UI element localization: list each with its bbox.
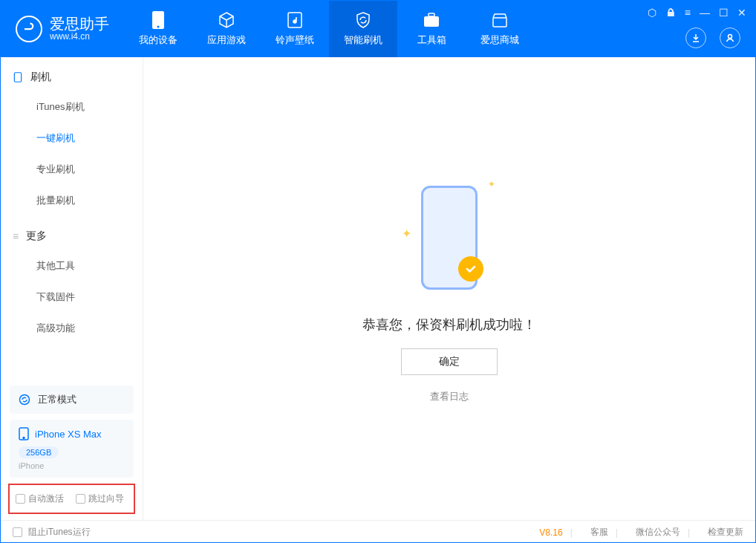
sidebar-item-batch-flash[interactable]: 批量刷机 (1, 185, 143, 216)
check-badge-icon (458, 256, 483, 282)
device-type: iPhone (19, 461, 44, 470)
svg-rect-7 (14, 73, 21, 82)
sidebar-item-download-firmware[interactable]: 下载固件 (1, 282, 143, 313)
list-icon: ≡ (13, 230, 19, 242)
nav-label: 爱思商城 (480, 33, 519, 47)
nav-label: 铃声壁纸 (276, 33, 314, 47)
nav-smart-flash[interactable]: 智能刷机 (329, 1, 397, 57)
app-name: 爱思助手 (50, 16, 109, 32)
nav-label: 智能刷机 (344, 33, 382, 47)
section-title: 更多 (26, 230, 47, 243)
status-bar: 阻止iTunes运行 V8.16 | 客服 | 微信公众号 | 检查更新 (1, 520, 755, 543)
nav-apps-games[interactable]: 应用游戏 (192, 1, 261, 57)
mobile-icon (19, 427, 29, 440)
sparkle-icon: ✦ (488, 179, 495, 189)
cube-icon (218, 11, 235, 29)
logo: 爱思助手 www.i4.cn (1, 16, 124, 42)
device-mode-label: 正常模式 (38, 393, 76, 406)
checkbox-auto-activate[interactable]: 自动激活 (16, 492, 64, 505)
header-aux-icons (685, 27, 740, 48)
phone-icon (149, 11, 167, 29)
svg-point-8 (20, 395, 30, 405)
download-icon[interactable] (685, 27, 706, 48)
close-button[interactable]: ✕ (737, 7, 746, 19)
success-message: 恭喜您，保资料刷机成功啦！ (362, 316, 536, 334)
app-header: 爱思助手 www.i4.cn 我的设备 应用游戏 铃声壁纸 智能刷机 工具箱 爱… (1, 1, 755, 57)
logo-icon (16, 16, 42, 42)
app-url: www.i4.cn (50, 32, 109, 42)
footer-link-wechat[interactable]: 微信公众号 (636, 526, 680, 539)
footer-link-update[interactable]: 检查更新 (708, 526, 743, 539)
nav-toolbox[interactable]: 工具箱 (397, 1, 466, 57)
svg-point-6 (729, 35, 732, 39)
menu-icon[interactable]: ≡ (685, 7, 691, 19)
sidebar-item-other-tools[interactable]: 其他工具 (1, 250, 143, 282)
minimize-button[interactable]: — (700, 7, 710, 19)
nav-ringtone-wallpaper[interactable]: 铃声壁纸 (261, 1, 329, 57)
svg-point-1 (157, 26, 160, 28)
svg-rect-3 (424, 16, 439, 27)
nav-label: 工具箱 (417, 33, 446, 47)
checkbox-block-itunes[interactable]: 阻止iTunes运行 (13, 526, 91, 539)
success-illustration: ✦ ✦ (397, 175, 501, 301)
maximize-button[interactable]: ☐ (719, 7, 729, 19)
device-card[interactable]: iPhone XS Max 256GB iPhone (10, 420, 134, 478)
footer-label: 阻止iTunes运行 (28, 526, 91, 539)
shield-refresh-icon (354, 11, 372, 29)
footer-link-support[interactable]: 客服 (590, 526, 608, 539)
flash-options-highlighted: 自动激活 跳过向导 (8, 484, 135, 514)
sparkle-icon: ✦ (402, 227, 411, 241)
device-name: iPhone XS Max (35, 429, 102, 440)
lock-icon[interactable]: 🔒︎ (665, 7, 676, 19)
music-file-icon (286, 11, 304, 29)
section-title: 刷机 (30, 71, 51, 84)
main-content: ✦ ✦ 恭喜您，保资料刷机成功啦！ 确定 查看日志 (143, 57, 755, 520)
sidebar-item-advanced[interactable]: 高级功能 (1, 313, 143, 344)
device-capacity: 256GB (19, 446, 59, 458)
top-nav: 我的设备 应用游戏 铃声壁纸 智能刷机 工具箱 爱思商城 (124, 1, 534, 57)
sidebar: 刷机 iTunes刷机 一键刷机 专业刷机 批量刷机 ≡ 更多 其他工具 下载固… (1, 57, 143, 520)
mobile-icon (13, 72, 23, 82)
nav-my-device[interactable]: 我的设备 (124, 1, 192, 57)
window-controls: ⬡ 🔒︎ ≡ — ☐ ✕ (648, 7, 746, 19)
ok-button[interactable]: 确定 (401, 348, 498, 375)
toolbox-icon (423, 11, 440, 29)
checkbox-skip-guide[interactable]: 跳过向导 (76, 492, 124, 505)
view-log-link[interactable]: 查看日志 (430, 390, 469, 403)
tshirt-icon[interactable]: ⬡ (648, 7, 656, 19)
nav-label: 我的设备 (139, 33, 177, 47)
device-mode-card[interactable]: 正常模式 (10, 386, 134, 414)
body: 刷机 iTunes刷机 一键刷机 专业刷机 批量刷机 ≡ 更多 其他工具 下载固… (1, 57, 755, 520)
version-label: V8.16 (539, 527, 562, 538)
option-label: 自动激活 (28, 493, 64, 504)
sidebar-item-oneclick-flash[interactable]: 一键刷机 (1, 123, 143, 154)
nav-label: 应用游戏 (207, 33, 246, 47)
sidebar-section-flash: 刷机 (1, 57, 143, 91)
device-panel: 正常模式 iPhone XS Max 256GB iPhone 自动激活 跳过向… (1, 380, 143, 520)
sidebar-item-pro-flash[interactable]: 专业刷机 (1, 154, 143, 185)
option-label: 跳过向导 (88, 493, 124, 504)
svg-rect-5 (493, 18, 506, 27)
nav-store[interactable]: 爱思商城 (466, 1, 534, 57)
refresh-icon (19, 394, 30, 406)
svg-point-10 (23, 438, 25, 439)
user-icon[interactable] (720, 27, 740, 48)
sidebar-item-itunes-flash[interactable]: iTunes刷机 (1, 91, 143, 123)
sidebar-section-more: ≡ 更多 (1, 216, 143, 250)
store-icon (491, 11, 509, 29)
svg-rect-4 (428, 13, 434, 16)
